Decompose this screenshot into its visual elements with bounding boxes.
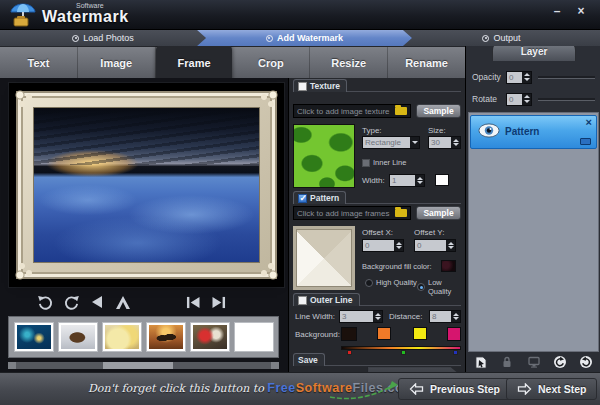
spinner-arrows-icon[interactable] xyxy=(373,311,382,322)
group-divider xyxy=(347,91,461,92)
rotate-left-button[interactable] xyxy=(32,292,58,312)
opacity-slider[interactable] xyxy=(538,76,595,79)
thumbnail-dolphins-sunset[interactable] xyxy=(146,322,186,352)
close-button[interactable]: × xyxy=(572,5,590,19)
outer-line-checkbox[interactable] xyxy=(298,296,307,305)
flip-horizontal-icon xyxy=(92,296,102,308)
texture-type-value: Rectangle xyxy=(363,137,410,148)
offset-x-label: Offset X: xyxy=(362,228,393,237)
group-divider xyxy=(325,365,461,366)
opacity-label: Opacity xyxy=(472,72,506,82)
rotate-right-button[interactable] xyxy=(58,292,84,312)
photo-sky xyxy=(34,108,259,165)
undo-icon[interactable] xyxy=(553,355,567,369)
layer-close-icon[interactable]: × xyxy=(586,116,592,128)
scroll-right-button[interactable] xyxy=(271,362,279,369)
thumbnail-scrollbar[interactable] xyxy=(8,362,279,369)
previous-photo-button[interactable] xyxy=(180,292,206,312)
pattern-group-header: Pattern xyxy=(293,192,461,204)
tab-image[interactable]: Image xyxy=(78,47,156,78)
tab-crop[interactable]: Crop xyxy=(232,47,310,78)
spinner-arrows-icon[interactable] xyxy=(522,72,531,83)
next-photo-button[interactable] xyxy=(206,292,232,312)
save-group-header: Save xyxy=(293,354,461,366)
lock-icon[interactable] xyxy=(500,355,514,369)
thumbnail-horse[interactable] xyxy=(58,322,98,352)
gradient-color-swatch-4[interactable] xyxy=(447,327,461,341)
layer-panel: Layer Opacity 0 Rotate 0 Pattern xyxy=(465,38,600,372)
tab-frame[interactable]: Frame xyxy=(156,44,233,82)
step-circle-icon xyxy=(266,35,273,42)
nav-step-add-watermark[interactable]: Add Watermark xyxy=(197,30,412,46)
rotate-slider[interactable] xyxy=(538,98,595,101)
rotate-spinner[interactable]: 0 xyxy=(506,93,532,106)
pattern-file-input[interactable]: Click to add image frames xyxy=(293,206,411,220)
texture-preview-image xyxy=(293,124,355,188)
gradient-color-swatch-2[interactable] xyxy=(377,327,391,340)
bg-fill-color-swatch[interactable] xyxy=(441,260,456,272)
scrollbar-thumb[interactable] xyxy=(103,362,173,369)
flip-vertical-icon xyxy=(115,295,131,310)
texture-size-spinner[interactable]: 30 xyxy=(428,136,461,149)
inner-line-width-spinner[interactable]: 1 xyxy=(389,174,425,187)
tab-text[interactable]: Text xyxy=(0,47,78,78)
previous-photo-icon xyxy=(185,296,201,309)
tab-resize[interactable]: Resize xyxy=(310,47,388,78)
spinner-arrows-icon[interactable] xyxy=(522,94,531,105)
texture-sample-button[interactable]: Sample xyxy=(416,104,461,118)
nav-step-load-photos[interactable]: Load Photos xyxy=(0,30,206,46)
low-quality-radio[interactable] xyxy=(417,283,425,291)
distance-value: 8 xyxy=(430,311,451,322)
visibility-eye-icon[interactable] xyxy=(478,123,500,142)
texture-file-input[interactable]: Click to add image texture xyxy=(293,104,411,118)
inner-line-checkbox[interactable] xyxy=(362,159,370,167)
gradient-color-swatch-3[interactable] xyxy=(413,327,427,340)
offset-y-spinner[interactable]: 0 xyxy=(414,239,456,252)
thumbnail-beach-birds[interactable] xyxy=(234,322,274,352)
new-layer-icon[interactable] xyxy=(474,355,488,369)
offset-x-spinner[interactable]: 0 xyxy=(362,239,404,252)
opacity-spinner[interactable]: 0 xyxy=(506,71,532,84)
distance-spinner[interactable]: 8 xyxy=(429,310,461,323)
distance-label: Distance: xyxy=(389,312,422,321)
dropdown-arrow-icon[interactable] xyxy=(410,137,419,148)
redo-icon[interactable] xyxy=(579,355,593,369)
folder-icon[interactable] xyxy=(395,209,407,217)
spinner-arrows-icon[interactable] xyxy=(451,137,460,148)
umbrella-logo-icon xyxy=(8,2,38,28)
background-label: Background: xyxy=(295,330,340,339)
folder-icon[interactable] xyxy=(395,107,407,115)
texture-checkbox[interactable] xyxy=(298,82,307,91)
spinner-arrows-icon[interactable] xyxy=(446,240,455,251)
layer-item-pattern[interactable]: Pattern × xyxy=(470,115,597,149)
hand-drawn-arrow-icon xyxy=(328,375,400,403)
inner-line-color-swatch[interactable] xyxy=(435,174,449,186)
pattern-checkbox[interactable] xyxy=(298,194,307,203)
high-quality-option[interactable]: High Quality xyxy=(365,278,417,287)
spinner-arrows-icon[interactable] xyxy=(451,311,460,322)
spinner-arrows-icon[interactable] xyxy=(415,175,424,186)
layer-list: Pattern × xyxy=(468,112,599,352)
previous-step-button[interactable]: Previous Step xyxy=(398,378,511,400)
preview-column xyxy=(0,78,288,372)
flip-horizontal-button[interactable] xyxy=(84,292,110,312)
high-quality-radio[interactable] xyxy=(365,279,373,287)
title-bar: Software Watermark – × xyxy=(0,0,600,30)
thumbnail-underwater-fish[interactable] xyxy=(14,322,54,352)
screen-icon[interactable] xyxy=(527,355,541,369)
flip-vertical-button[interactable] xyxy=(110,292,136,312)
spinner-arrows-icon[interactable] xyxy=(394,240,403,251)
pattern-sample-button[interactable]: Sample xyxy=(416,206,461,220)
nav-step-output[interactable]: Output xyxy=(403,30,600,46)
tab-rename[interactable]: Rename xyxy=(388,47,465,78)
texture-type-dropdown[interactable]: Rectangle xyxy=(362,136,420,149)
next-step-button[interactable]: Next Step xyxy=(506,378,597,400)
scroll-left-button[interactable] xyxy=(8,362,16,369)
thumbnail-chicks[interactable] xyxy=(102,322,142,352)
minimize-button[interactable]: – xyxy=(548,5,566,19)
gradient-color-swatch-1[interactable] xyxy=(341,327,357,341)
inner-line-label: Inner Line xyxy=(373,158,406,167)
outer-line-group-chip: Outer Line xyxy=(293,293,360,306)
line-width-spinner[interactable]: 3 xyxy=(339,310,383,323)
thumbnail-people[interactable] xyxy=(190,322,230,352)
